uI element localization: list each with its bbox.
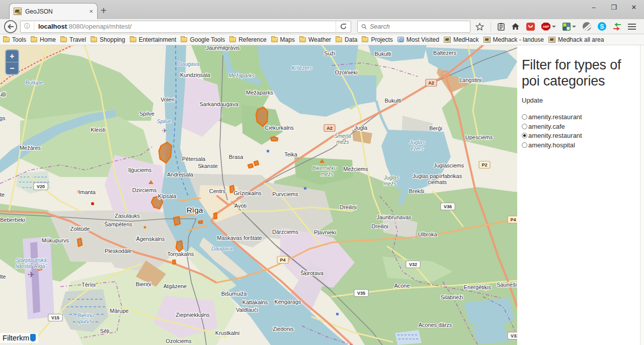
map-label: Jugla [354, 125, 368, 131]
radio-unchecked-icon[interactable] [522, 142, 527, 148]
bookmark-item[interactable]: Weather [299, 36, 331, 43]
url-text[interactable]: localhost:8080/openapi/mhtest/ [34, 23, 336, 30]
chevron-down-icon[interactable] [572, 26, 576, 28]
poi-option-amenity.hospital[interactable]: amenity.hospital [522, 140, 634, 150]
page-scrollbar[interactable] [640, 45, 644, 345]
striped-circle-icon [583, 22, 591, 31]
svg-text:✈: ✈ [28, 270, 35, 280]
swap-arrows-icon [613, 23, 621, 31]
radio-label: amenity.hospital [528, 141, 575, 149]
filter-panel: Filter for types of poi categories Updat… [517, 45, 639, 345]
map-label: Skanste [198, 163, 218, 169]
attribution-text[interactable]: Filterkm [3, 333, 29, 342]
map-label: lidosta "Rīga" [16, 263, 48, 269]
map-label: Juglas papīrfabrikas [413, 173, 462, 179]
bookmark-item[interactable]: Projects [362, 36, 392, 43]
map-label: Pleskodāle [105, 248, 132, 254]
map-label: Sēļi [100, 328, 109, 334]
map-label: Dzirciems [132, 187, 157, 193]
back-button[interactable] [4, 20, 17, 33]
zoom-in-button[interactable]: + [6, 50, 18, 62]
road-badge: P4 [277, 256, 288, 264]
map-label: Mežaparks [228, 72, 255, 78]
browser-tab[interactable]: GeoJSON × [9, 3, 98, 19]
map-label: Daugava [211, 245, 232, 251]
new-tab-button[interactable]: + [101, 5, 107, 16]
window-minimize-button[interactable]: – [584, 0, 604, 14]
window-close-button[interactable]: ✕ [624, 0, 644, 14]
bookmark-item[interactable]: Home [31, 36, 56, 43]
bookmark-star-button[interactable] [475, 23, 484, 31]
bookmark-item[interactable]: Maps [271, 36, 295, 43]
bookmark-item[interactable]: Medhack all area [548, 36, 604, 43]
bookmark-item[interactable]: Travel [60, 36, 86, 43]
ghostery-button[interactable] [583, 22, 591, 31]
search-bar[interactable] [357, 21, 470, 33]
proxy-arrows-button[interactable] [613, 23, 621, 31]
road-badge: V33 [508, 332, 517, 339]
reload-button[interactable] [336, 21, 351, 32]
map-label: Ciekurkalns [265, 125, 294, 131]
poi-option-amenity.restaurant[interactable]: amenity.restaurant [522, 131, 634, 141]
notifier-button[interactable] [526, 23, 535, 31]
radio-label: amenity.restaurant [528, 132, 582, 139]
folder-icon [130, 37, 136, 42]
bookmark-item[interactable]: Google Tools [181, 36, 225, 43]
map-zoom-control[interactable]: + − [5, 49, 19, 75]
road-badge: P4 [508, 216, 517, 223]
bookmark-item[interactable]: Shopping [91, 36, 125, 43]
bookmark-label: Home [40, 36, 56, 43]
zoom-out-button[interactable]: − [6, 62, 18, 74]
map-icon [548, 37, 555, 43]
map-viewport[interactable]: ✈ ✈ [0, 45, 517, 345]
site-info-icon[interactable]: ⓘ [21, 22, 34, 31]
bookmark-item[interactable]: Reference [229, 36, 266, 43]
url-host: localhost [38, 23, 67, 30]
map-label: Juglasciems [434, 162, 464, 168]
map-label: rbuļļi [0, 91, 6, 97]
chevron-down-icon[interactable] [552, 26, 556, 28]
svg-text:P4: P4 [510, 217, 516, 222]
tab-close-icon[interactable]: × [89, 8, 93, 15]
road-badge: V36 [441, 203, 455, 210]
bookmark-item[interactable]: MedHack [444, 36, 479, 43]
map-label: Langstiņi [459, 77, 481, 83]
folder-icon [60, 37, 67, 42]
bookmark-item[interactable]: Entertainment [130, 36, 177, 43]
radio-unchecked-icon[interactable] [522, 124, 527, 129]
map-label: Brasa [229, 154, 244, 160]
bookmark-item[interactable]: Data [336, 36, 357, 43]
url-bar[interactable]: ⓘ localhost:8080/openapi/mhtest/ [20, 21, 351, 33]
window-maximize-button[interactable]: ❒ [604, 0, 624, 14]
osm-map[interactable]: ✈ ✈ [0, 45, 517, 345]
radio-checked-icon[interactable] [522, 133, 527, 138]
extension-colorful-button[interactable] [562, 23, 576, 31]
map-label: Mežāres [20, 145, 41, 151]
map-label: Jaunmilgrāvis [206, 45, 240, 51]
adblock-button[interactable]: ABP [541, 23, 556, 31]
bookmark-item[interactable]: Medhack - landuse [484, 36, 544, 43]
map-label: Zolitūde [70, 226, 90, 232]
map-attribution: Filterkm [0, 333, 38, 343]
bookmark-label: Maps [280, 36, 295, 43]
map-label: Andrejsala [167, 171, 194, 178]
bookmark-label: Reference [238, 36, 266, 43]
bookmark-item[interactable]: Tools [3, 36, 26, 43]
bookmark-item[interactable]: Most Visited [397, 36, 439, 43]
poi-option-amenity.restaurant[interactable]: amenity.restaurant [522, 113, 634, 122]
bookmarks-menu-button[interactable] [498, 23, 505, 31]
bookmark-label: Weather [308, 36, 331, 43]
abp-icon: ABP [541, 23, 550, 31]
skype-button[interactable]: S [598, 22, 606, 31]
search-input[interactable] [370, 23, 466, 30]
map-label: Katlakalns [243, 299, 268, 305]
menu-button[interactable] [628, 24, 636, 30]
home-button[interactable] [511, 23, 520, 30]
poi-option-amenity.cafe[interactable]: amenity.cafe [522, 122, 634, 131]
map-label: Pētersala [182, 156, 206, 162]
map-label: Āgenskalns [136, 236, 165, 242]
map-label: Kīšezers [292, 65, 312, 71]
road-badge: P2 [479, 161, 490, 168]
update-button[interactable]: Update [522, 97, 543, 104]
radio-unchecked-icon[interactable] [522, 114, 527, 120]
